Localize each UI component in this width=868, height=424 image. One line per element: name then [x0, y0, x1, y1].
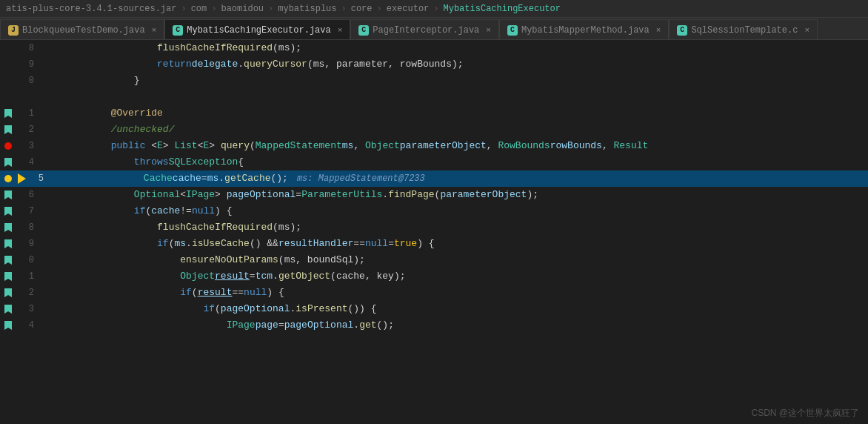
tab-close-2[interactable]: ×	[338, 26, 343, 35]
line-num-empty	[16, 89, 39, 105]
line-num-3: 3	[16, 138, 39, 154]
breadcrumb-sep-6: ›	[433, 4, 438, 14]
tab-icon-c-3: C	[358, 25, 369, 36]
tab-label-1: BlockqueueTestDemo.java	[22, 25, 145, 36]
tab-icon-c-2: C	[173, 25, 183, 36]
tab-close-1[interactable]: ×	[152, 26, 157, 35]
editor-line-empty	[0, 89, 868, 105]
breakpoint-3	[4, 142, 12, 150]
gutter-icons-4	[0, 154, 16, 170]
line-num-0a: 0	[16, 73, 39, 89]
tab-close-4[interactable]: ×	[656, 26, 661, 35]
tab-label-2: MybatisCachingExecutor.java	[187, 25, 330, 36]
line-num-0b: 0	[16, 252, 39, 268]
breadcrumb-sep-5: ›	[377, 4, 382, 14]
breadcrumb-baomidou: baomidou	[221, 4, 264, 14]
breadcrumb-sep-3: ›	[268, 4, 273, 14]
bookmark-icon-1b	[4, 272, 12, 281]
gutter-icons-3	[0, 138, 16, 154]
gutter-icons-9b	[0, 236, 16, 252]
breakpoint-yellow-5	[4, 175, 12, 182]
line-num-7: 7	[16, 203, 39, 219]
gutter-icons-0a	[0, 73, 16, 89]
code-line-0a: }	[39, 73, 140, 89]
bookmark-icon-1	[4, 109, 12, 118]
editor-line-4b: 4 IPage page = pageOptional.get();	[0, 317, 868, 334]
bookmark-icon-8b	[4, 223, 12, 232]
line-num-3b: 3	[16, 301, 39, 317]
tab-bar: J BlockqueueTestDemo.java × C MybatisCac…	[0, 18, 868, 40]
tab-label-4: MybatisMapperMethod.java	[521, 25, 650, 36]
line-num-9b: 9	[16, 236, 39, 252]
line-num-1b: 1	[16, 268, 39, 285]
line-num-9: 9	[16, 56, 39, 73]
tab-sqlsessiontemplate[interactable]: C SqlSessionTemplate.c ×	[669, 19, 818, 40]
editor-line-0a: 0 }	[0, 73, 868, 89]
bookmark-icon-4b	[4, 321, 12, 330]
bookmark-icon-3b	[4, 305, 12, 314]
gutter-icons-6	[0, 187, 16, 203]
tab-mybatiscachingexecutor[interactable]: C MybatisCachingExecutor.java ×	[164, 19, 350, 40]
gutter-icons-5	[0, 170, 16, 187]
tab-label-5: SqlSessionTemplate.c	[691, 25, 798, 36]
gutter-icons-2b	[0, 285, 16, 301]
watermark: CSDN @这个世界太疯狂了	[751, 407, 859, 420]
tab-mybatismappermethod[interactable]: C MybatisMapperMethod.java ×	[499, 19, 669, 40]
line-num-4b: 4	[16, 317, 39, 334]
tab-close-5[interactable]: ×	[804, 26, 809, 35]
breadcrumb-jar: atis-plus-core-3.4.1-sources.jar	[6, 4, 176, 14]
gutter-icons-4b	[0, 317, 16, 334]
bookmark-icon-4	[4, 158, 12, 167]
gutter-icons-0b	[0, 252, 16, 268]
breadcrumb-executor: executor	[387, 4, 430, 14]
line-num-4: 4	[16, 154, 39, 170]
line-num-2b: 2	[16, 285, 39, 301]
gutter-icons-8b	[0, 219, 16, 236]
gutter-icons-8	[0, 40, 16, 56]
breadcrumb-sep-2: ›	[211, 4, 216, 14]
tab-blockqueue[interactable]: J BlockqueueTestDemo.java ×	[0, 19, 164, 40]
bookmark-icon-9b	[4, 239, 12, 248]
breadcrumb-class: MybatisCachingExecutor	[444, 4, 561, 14]
tab-icon-c-4: C	[507, 25, 518, 36]
line-num-8b: 8	[16, 219, 39, 236]
code-line-4b: IPage page = pageOptional.get();	[39, 317, 394, 334]
breadcrumb-sep-4: ›	[341, 4, 346, 14]
breadcrumb-sep-1: ›	[181, 4, 186, 14]
line-num-8: 8	[16, 40, 39, 56]
gutter-icons-2	[0, 122, 16, 138]
tab-icon-c-5: C	[677, 25, 687, 36]
editor-line-2: 2 /unchecked/	[0, 122, 868, 138]
editor-area: 8 flushCacheIfRequired(ms); 9 return del…	[0, 40, 868, 424]
gutter-icons-1	[0, 105, 16, 122]
line-num-1: 1	[16, 105, 39, 122]
tab-pageinterceptor[interactable]: C PageInterceptor.java ×	[350, 19, 499, 40]
tab-label-3: PageInterceptor.java	[373, 25, 479, 36]
bookmark-icon-0b	[4, 256, 12, 265]
bookmark-icon-2b	[4, 288, 12, 297]
breadcrumb-com: com	[191, 4, 207, 14]
editor-line-1: 1 @Override	[0, 105, 868, 122]
breadcrumb-mybatisplus: mybatisplus	[278, 4, 336, 14]
line-num-6: 6	[16, 187, 39, 203]
breadcrumb-bar: atis-plus-core-3.4.1-sources.jar › com ›…	[0, 0, 868, 18]
gutter-icons-1b	[0, 268, 16, 285]
bookmark-icon-6	[4, 191, 12, 199]
breadcrumb-core: core	[351, 4, 373, 14]
tab-close-3[interactable]: ×	[486, 26, 491, 35]
gutter-icons-empty	[0, 89, 16, 105]
gutter-icons-9	[0, 56, 16, 73]
gutter-icons-3b	[0, 301, 16, 317]
debug-arrow-5	[18, 173, 26, 184]
gutter-icons-7	[0, 203, 16, 219]
tab-icon-j-1: J	[8, 25, 19, 36]
bookmark-icon-7	[4, 207, 12, 216]
line-num-2: 2	[16, 122, 39, 138]
bookmark-icon-2	[4, 125, 12, 134]
